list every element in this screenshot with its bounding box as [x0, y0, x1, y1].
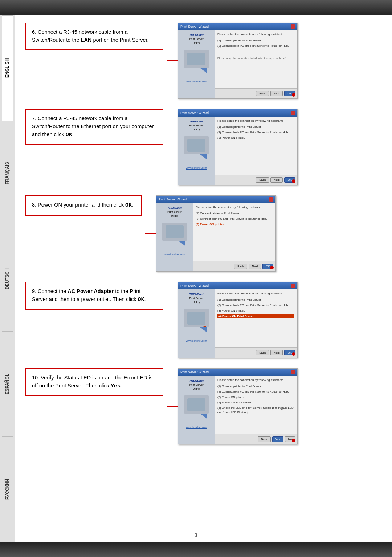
ss-red-dot-9 [292, 352, 295, 356]
screenshot-8: Print Server Wizard TRENDnet Print Serve… [156, 195, 276, 272]
ss-close-6[interactable] [291, 24, 295, 29]
step-9-text: 9. Connect the AC Power Adapter to the P… [32, 288, 146, 302]
ss-website-8: www.trendnet.com [164, 253, 185, 256]
connector-line-9 [167, 319, 178, 321]
step-10-box: 10. Verify the Status LED is on and the … [25, 368, 163, 396]
connector-line-6 [167, 60, 178, 61]
ss-device-10 [184, 395, 209, 414]
ss-titlebar-10: Print Server Wizard [178, 369, 297, 376]
connector-line-7 [167, 146, 178, 148]
lang-english[interactable]: ENGLISH [2, 15, 13, 121]
screenshot-6: Print Server Wizard TRENDnet Print Serve… [178, 23, 298, 99]
ss-close-7[interactable] [291, 111, 295, 115]
ss-title-6: Print Server Wizard [180, 25, 209, 28]
step-7-row: 7. Connect a RJ-45 network cable from a … [25, 109, 381, 185]
main-content: 6. Connect a RJ-45 network cable from a … [15, 15, 392, 476]
ss-device-6 [184, 50, 209, 68]
screenshot-9: Print Server Wizard TRENDnet Print Serve… [178, 282, 298, 358]
ss-logo-9: TRENDnet Print ServerUtility [189, 292, 204, 304]
lang-russian[interactable]: РУССКИЙ [2, 436, 13, 542]
ss-website-7: www.trendnet.com [186, 167, 207, 169]
ss-close-9[interactable] [291, 284, 295, 288]
ss-title-7: Print Server Wizard [180, 111, 209, 115]
ss-left-6: TRENDnet Print ServerUtility www.trendne… [178, 30, 215, 98]
ss-red-dot-7 [292, 179, 295, 183]
ss-next-btn-6[interactable]: Next [270, 91, 283, 96]
ss-titlebar-6: Print Server Wizard [178, 23, 297, 30]
ss-yes-btn-10[interactable]: Yes [272, 436, 283, 442]
ss-red-dot-8 [270, 266, 274, 269]
step-6-box: 6. Connect a RJ-45 network cable from a … [25, 23, 163, 50]
ss-logo-10: TRENDnet Print ServerUtility [189, 379, 204, 390]
top-bar [0, 0, 392, 15]
ss-titlebar-9: Print Server Wizard [178, 282, 297, 289]
ss-title-9: Print Server Wizard [180, 284, 209, 288]
ss-bottom-7: Back Next OK [215, 175, 297, 185]
ss-bottom-8: Back Next OK [193, 261, 275, 271]
lang-deutsch[interactable]: DEUTSCH [2, 226, 13, 331]
bottom-bar [0, 542, 392, 557]
ss-next-btn-7[interactable]: Next [270, 177, 283, 183]
ss-website-6: www.trendnet.com [186, 80, 207, 83]
step-6-text: 6. Connect a RJ-45 network cable from a … [32, 29, 149, 43]
ss-next-btn-8[interactable]: Next [249, 264, 261, 269]
ss-next-btn-9[interactable]: Next [270, 350, 283, 355]
step-9-row: 9. Connect the AC Power Adapter to the P… [25, 282, 381, 358]
step-7-box: 7. Connect a RJ-45 network cable from a … [25, 109, 163, 145]
step-9-box: 9. Connect the AC Power Adapter to the P… [25, 282, 163, 310]
ss-bottom-10: Back Yes No [215, 434, 297, 444]
step-7-text: 7. Connect a RJ-45 network cable from a … [32, 115, 154, 137]
screenshot-7: Print Server Wizard TRENDnet Print Serve… [178, 109, 298, 185]
ss-back-btn-10[interactable]: Back [258, 436, 271, 442]
step-6-row: 6. Connect a RJ-45 network cable from a … [25, 23, 381, 99]
lang-espanol[interactable]: ESPAÑOL [2, 331, 13, 436]
ss-device-9 [184, 309, 209, 327]
screenshot-10: Print Server Wizard TRENDnet Print Serve… [178, 368, 298, 444]
ss-logo-7: TRENDnet Print ServerUtility [189, 119, 204, 131]
page-number: 3 [195, 532, 197, 538]
ss-red-dot-6 [292, 93, 295, 97]
connector-line-8 [145, 233, 156, 234]
ss-website-10: www.trendnet.com [186, 426, 207, 428]
ss-logo-8: TRENDnet Print ServerUtility [167, 206, 182, 217]
ss-back-btn-7[interactable]: Back [256, 177, 269, 183]
connector-line-10 [167, 406, 178, 407]
ss-device-7 [184, 136, 209, 154]
ss-left-7: TRENDnet Print ServerUtility www.trendne… [178, 117, 215, 185]
ss-left-9: TRENDnet Print ServerUtility www.trendne… [178, 289, 215, 358]
ss-back-btn-9[interactable]: Back [256, 350, 269, 355]
ss-titlebar-8: Print Server Wizard [156, 196, 275, 203]
step-8-box: 8. Power ON your printer and then click … [25, 195, 142, 216]
ss-website-9: www.trendnet.com [186, 340, 207, 342]
step-8-row: 8. Power ON your printer and then click … [25, 195, 381, 272]
ss-title-8: Print Server Wizard [159, 198, 187, 201]
ss-close-8[interactable] [269, 197, 273, 202]
ss-left-8: TRENDnet Print ServerUtility www.trendne… [156, 203, 193, 271]
lang-francais[interactable]: FRANÇAIS [2, 121, 13, 226]
ss-logo-6: TRENDnet Print ServerUtility [189, 33, 204, 45]
step-10-text: 10. Verify the Status LED is on and the … [32, 375, 152, 389]
step-8-text: 8. Power ON your printer and then click … [32, 202, 133, 208]
ss-close-10[interactable] [291, 370, 295, 374]
ss-back-btn-8[interactable]: Back [234, 264, 247, 269]
ss-device-8 [162, 223, 187, 241]
language-sidebar: ENGLISH FRANÇAIS DEUTSCH ESPAÑOL РУССКИЙ [0, 15, 15, 542]
ss-red-dot-10 [292, 439, 295, 442]
step-10-row: 10. Verify the Status LED is on and the … [25, 368, 381, 444]
ss-titlebar-7: Print Server Wizard [178, 109, 297, 117]
ss-bottom-6: Back Next OK [215, 88, 297, 98]
ss-bottom-9: Back Next OK [215, 347, 297, 358]
ss-back-btn-6[interactable]: Back [256, 91, 269, 96]
ss-left-10: TRENDnet Print ServerUtility www.trendne… [178, 376, 215, 444]
ss-title-10: Print Server Wizard [180, 370, 209, 374]
